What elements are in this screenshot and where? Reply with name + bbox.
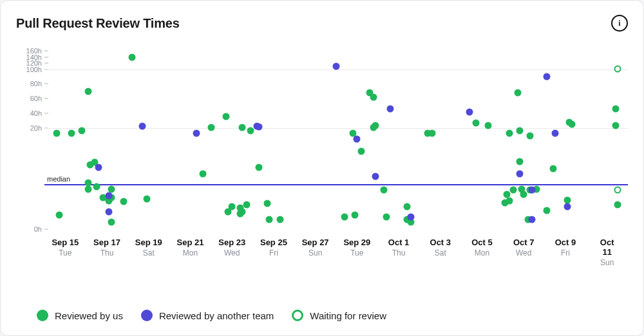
data-point[interactable]: [614, 201, 621, 208]
data-point[interactable]: [79, 127, 86, 135]
data-point[interactable]: [551, 130, 558, 137]
data-point[interactable]: [247, 127, 254, 135]
data-point[interactable]: [612, 106, 619, 113]
data-point[interactable]: [352, 212, 359, 219]
data-point[interactable]: [93, 183, 100, 190]
data-point[interactable]: [514, 89, 521, 97]
y-tick-label: 80h: [16, 80, 42, 88]
y-tick-label: 0h: [16, 225, 42, 233]
legend: Reviewed by us Reviewed by another team …: [37, 310, 628, 321]
data-point[interactable]: [612, 122, 619, 129]
data-point[interactable]: [106, 192, 113, 200]
data-point[interactable]: [95, 164, 102, 171]
data-point[interactable]: [520, 191, 527, 198]
data-point[interactable]: [614, 65, 621, 72]
data-point[interactable]: [506, 130, 513, 137]
data-point[interactable]: [354, 135, 361, 142]
card: Pull Request Review Times i 0h20h40h60h8…: [0, 0, 644, 336]
legend-item-us: Reviewed by us: [37, 310, 123, 321]
data-point[interactable]: [466, 108, 473, 115]
data-point[interactable]: [526, 133, 533, 140]
data-point[interactable]: [266, 216, 273, 223]
data-point[interactable]: [428, 130, 435, 137]
data-point[interactable]: [381, 187, 388, 194]
data-point[interactable]: [256, 164, 263, 171]
data-point[interactable]: [341, 214, 348, 221]
data-point[interactable]: [529, 216, 536, 223]
legend-swatch-waiting: [292, 310, 303, 321]
data-point[interactable]: [239, 124, 246, 131]
data-point[interactable]: [516, 171, 523, 178]
data-point[interactable]: [239, 209, 246, 216]
data-point[interactable]: [404, 203, 411, 210]
data-point[interactable]: [568, 121, 575, 128]
y-tick-mark: [44, 51, 48, 51]
data-point[interactable]: [372, 122, 379, 129]
card-title: Pull Request Review Times: [16, 16, 180, 31]
data-point[interactable]: [543, 73, 550, 80]
data-point[interactable]: [506, 197, 513, 204]
x-tick-label: Oct 9Fri: [555, 238, 576, 257]
y-tick-mark: [44, 113, 48, 114]
data-point[interactable]: [370, 94, 377, 101]
data-point[interactable]: [84, 88, 91, 95]
data-point[interactable]: [207, 124, 214, 131]
x-tick-label: Sep 29Tue: [343, 238, 370, 257]
data-point[interactable]: [516, 158, 523, 165]
data-point[interactable]: [222, 113, 229, 120]
data-point[interactable]: [243, 201, 250, 208]
data-point[interactable]: [193, 130, 200, 137]
data-point[interactable]: [510, 187, 517, 194]
info-glyph: i: [618, 19, 620, 28]
y-tick-mark: [44, 63, 48, 64]
median-label: median: [47, 175, 70, 183]
data-point[interactable]: [264, 200, 271, 207]
data-point[interactable]: [229, 203, 236, 210]
y-tick-mark: [44, 84, 48, 84]
x-tick-label: Oct 7Wed: [513, 238, 535, 257]
data-point[interactable]: [256, 123, 263, 130]
median-line: [44, 184, 628, 185]
x-tick-label: Oct 3Sat: [430, 238, 451, 257]
data-point[interactable]: [408, 214, 415, 221]
data-point[interactable]: [372, 173, 379, 180]
x-tick-label: Sep 19Sat: [135, 238, 162, 257]
data-point[interactable]: [120, 198, 127, 205]
legend-swatch-other: [141, 310, 153, 321]
data-point[interactable]: [106, 209, 113, 216]
data-point[interactable]: [472, 120, 479, 127]
data-point[interactable]: [383, 214, 390, 221]
data-point[interactable]: [53, 130, 61, 137]
data-point[interactable]: [485, 122, 492, 129]
data-point[interactable]: [68, 130, 75, 137]
data-point[interactable]: [387, 106, 394, 113]
data-point[interactable]: [276, 216, 283, 223]
x-tick-label: Sep 25Fri: [260, 238, 287, 257]
data-point[interactable]: [529, 187, 536, 194]
data-point[interactable]: [333, 62, 340, 70]
data-point[interactable]: [199, 171, 206, 178]
legend-item-waiting: Waiting for review: [292, 310, 386, 321]
plot-area: 0h20h40h60h80h100h120h140h160hmedian: [44, 51, 628, 235]
data-point[interactable]: [516, 127, 523, 135]
data-point[interactable]: [55, 212, 62, 219]
data-point[interactable]: [564, 196, 571, 203]
data-point[interactable]: [139, 122, 146, 129]
card-header: Pull Request Review Times i: [16, 15, 628, 32]
data-point[interactable]: [614, 187, 621, 194]
info-icon[interactable]: i: [611, 15, 628, 32]
y-tick-label: 160h: [16, 47, 42, 55]
y-tick-label: 60h: [16, 95, 42, 102]
data-point[interactable]: [143, 196, 150, 203]
data-point[interactable]: [128, 53, 135, 61]
data-point[interactable]: [84, 185, 91, 192]
x-tick-label: Sep 27Sun: [302, 238, 329, 257]
data-point[interactable]: [564, 203, 571, 210]
data-point[interactable]: [108, 185, 115, 192]
data-point[interactable]: [357, 147, 365, 154]
data-point[interactable]: [543, 207, 550, 214]
data-point[interactable]: [549, 165, 556, 173]
y-tick-label: 20h: [16, 124, 42, 132]
x-tick-label: Sep 15Tue: [52, 238, 79, 257]
data-point[interactable]: [108, 219, 115, 226]
